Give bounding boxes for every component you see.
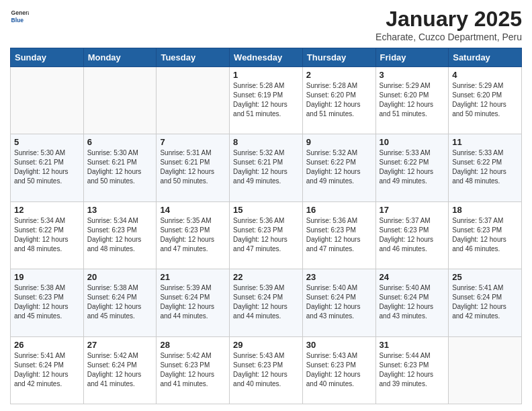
col-saturday: Saturday: [449, 48, 522, 67]
calendar-week-3: 12Sunrise: 5:34 AM Sunset: 6:22 PM Dayli…: [11, 201, 522, 269]
calendar-cell-w2-d1: 5Sunrise: 5:30 AM Sunset: 6:21 PM Daylig…: [11, 134, 84, 201]
day-number: 19: [14, 272, 80, 282]
day-info: Sunrise: 5:34 AM Sunset: 6:22 PM Dayligh…: [14, 216, 80, 254]
calendar-week-2: 5Sunrise: 5:30 AM Sunset: 6:21 PM Daylig…: [11, 134, 522, 201]
calendar-cell-w1-d4: 1Sunrise: 5:28 AM Sunset: 6:19 PM Daylig…: [230, 67, 303, 134]
col-wednesday: Wednesday: [230, 48, 303, 67]
calendar-cell-w2-d2: 6Sunrise: 5:30 AM Sunset: 6:21 PM Daylig…: [83, 134, 157, 201]
calendar-header-row: Sunday Monday Tuesday Wednesday Thursday…: [11, 48, 522, 67]
day-number: 10: [380, 137, 445, 147]
calendar-cell-w3-d7: 18Sunrise: 5:37 AM Sunset: 6:23 PM Dayli…: [449, 201, 522, 269]
calendar-cell-w5-d3: 28Sunrise: 5:42 AM Sunset: 6:23 PM Dayli…: [157, 336, 230, 404]
day-number: 15: [233, 205, 299, 215]
calendar-cell-w1-d7: 4Sunrise: 5:29 AM Sunset: 6:20 PM Daylig…: [449, 67, 522, 134]
day-info: Sunrise: 5:43 AM Sunset: 6:23 PM Dayligh…: [233, 351, 299, 389]
day-number: 3: [380, 70, 445, 80]
calendar-cell-w2-d5: 9Sunrise: 5:32 AM Sunset: 6:22 PM Daylig…: [302, 134, 375, 201]
day-number: 4: [452, 70, 518, 80]
day-number: 13: [87, 205, 153, 215]
day-info: Sunrise: 5:42 AM Sunset: 6:23 PM Dayligh…: [160, 351, 226, 389]
day-info: Sunrise: 5:37 AM Sunset: 6:23 PM Dayligh…: [452, 216, 518, 254]
calendar-cell-w1-d2: [83, 67, 157, 134]
header: General Blue January 2025 Echarate, Cuzc…: [10, 7, 522, 42]
calendar-cell-w4-d5: 23Sunrise: 5:40 AM Sunset: 6:24 PM Dayli…: [302, 269, 375, 336]
day-number: 21: [160, 272, 226, 282]
day-number: 28: [160, 340, 226, 350]
day-info: Sunrise: 5:33 AM Sunset: 6:22 PM Dayligh…: [380, 148, 445, 186]
day-number: 6: [87, 137, 153, 147]
day-number: 11: [452, 137, 518, 147]
day-info: Sunrise: 5:42 AM Sunset: 6:24 PM Dayligh…: [87, 351, 153, 389]
day-number: 7: [160, 137, 226, 147]
calendar-cell-w4-d2: 20Sunrise: 5:38 AM Sunset: 6:24 PM Dayli…: [83, 269, 157, 336]
calendar-cell-w3-d5: 16Sunrise: 5:36 AM Sunset: 6:23 PM Dayli…: [302, 201, 375, 269]
calendar-cell-w2-d7: 11Sunrise: 5:33 AM Sunset: 6:22 PM Dayli…: [449, 134, 522, 201]
day-info: Sunrise: 5:33 AM Sunset: 6:22 PM Dayligh…: [452, 148, 518, 186]
day-info: Sunrise: 5:39 AM Sunset: 6:24 PM Dayligh…: [233, 283, 299, 321]
day-info: Sunrise: 5:38 AM Sunset: 6:23 PM Dayligh…: [14, 283, 80, 321]
day-number: 17: [380, 205, 445, 215]
day-number: 5: [14, 137, 80, 147]
day-info: Sunrise: 5:40 AM Sunset: 6:24 PM Dayligh…: [306, 283, 372, 321]
day-number: 23: [306, 272, 372, 282]
day-info: Sunrise: 5:41 AM Sunset: 6:24 PM Dayligh…: [452, 283, 518, 321]
day-number: 29: [233, 340, 299, 350]
day-info: Sunrise: 5:32 AM Sunset: 6:22 PM Dayligh…: [306, 148, 372, 186]
title-area: January 2025 Echarate, Cuzco Department,…: [375, 7, 522, 42]
calendar-cell-w4-d4: 22Sunrise: 5:39 AM Sunset: 6:24 PM Dayli…: [230, 269, 303, 336]
day-number: 24: [380, 272, 445, 282]
calendar-week-4: 19Sunrise: 5:38 AM Sunset: 6:23 PM Dayli…: [11, 269, 522, 336]
day-number: 18: [452, 205, 518, 215]
calendar-cell-w5-d5: 30Sunrise: 5:43 AM Sunset: 6:23 PM Dayli…: [302, 336, 375, 404]
day-info: Sunrise: 5:28 AM Sunset: 6:20 PM Dayligh…: [306, 81, 372, 119]
day-info: Sunrise: 5:32 AM Sunset: 6:21 PM Dayligh…: [233, 148, 299, 186]
col-sunday: Sunday: [11, 48, 84, 67]
subtitle: Echarate, Cuzco Department, Peru: [375, 32, 522, 42]
svg-text:Blue: Blue: [11, 17, 24, 24]
col-thursday: Thursday: [302, 48, 375, 67]
calendar-cell-w3-d2: 13Sunrise: 5:34 AM Sunset: 6:23 PM Dayli…: [83, 201, 157, 269]
logo: General Blue: [10, 7, 29, 26]
logo-icon: General Blue: [10, 7, 29, 26]
day-info: Sunrise: 5:30 AM Sunset: 6:21 PM Dayligh…: [14, 148, 80, 186]
calendar-cell-w5-d7: [449, 336, 522, 404]
calendar-table: Sunday Monday Tuesday Wednesday Thursday…: [10, 48, 522, 404]
day-info: Sunrise: 5:35 AM Sunset: 6:23 PM Dayligh…: [160, 216, 226, 254]
main-title: January 2025: [375, 7, 522, 32]
calendar-cell-w4-d7: 25Sunrise: 5:41 AM Sunset: 6:24 PM Dayli…: [449, 269, 522, 336]
day-number: 16: [306, 205, 372, 215]
calendar-cell-w4-d1: 19Sunrise: 5:38 AM Sunset: 6:23 PM Dayli…: [11, 269, 84, 336]
col-monday: Monday: [83, 48, 157, 67]
day-number: 14: [160, 205, 226, 215]
calendar-cell-w5-d2: 27Sunrise: 5:42 AM Sunset: 6:24 PM Dayli…: [83, 336, 157, 404]
calendar-cell-w4-d3: 21Sunrise: 5:39 AM Sunset: 6:24 PM Dayli…: [157, 269, 230, 336]
day-info: Sunrise: 5:41 AM Sunset: 6:24 PM Dayligh…: [14, 351, 80, 389]
svg-text:General: General: [11, 9, 29, 16]
day-info: Sunrise: 5:30 AM Sunset: 6:21 PM Dayligh…: [87, 148, 153, 186]
col-friday: Friday: [375, 48, 449, 67]
calendar-cell-w3-d1: 12Sunrise: 5:34 AM Sunset: 6:22 PM Dayli…: [11, 201, 84, 269]
calendar-cell-w1-d6: 3Sunrise: 5:29 AM Sunset: 6:20 PM Daylig…: [375, 67, 449, 134]
day-info: Sunrise: 5:29 AM Sunset: 6:20 PM Dayligh…: [380, 81, 445, 119]
day-info: Sunrise: 5:34 AM Sunset: 6:23 PM Dayligh…: [87, 216, 153, 254]
day-number: 31: [380, 340, 445, 350]
day-number: 30: [306, 340, 372, 350]
day-info: Sunrise: 5:28 AM Sunset: 6:19 PM Dayligh…: [233, 81, 299, 119]
day-number: 2: [306, 70, 372, 80]
day-number: 22: [233, 272, 299, 282]
day-number: 26: [14, 340, 80, 350]
calendar-cell-w1-d5: 2Sunrise: 5:28 AM Sunset: 6:20 PM Daylig…: [302, 67, 375, 134]
page: General Blue January 2025 Echarate, Cuzc…: [0, 0, 532, 411]
calendar-cell-w2-d6: 10Sunrise: 5:33 AM Sunset: 6:22 PM Dayli…: [375, 134, 449, 201]
calendar-cell-w5-d6: 31Sunrise: 5:44 AM Sunset: 6:23 PM Dayli…: [375, 336, 449, 404]
day-info: Sunrise: 5:36 AM Sunset: 6:23 PM Dayligh…: [306, 216, 372, 254]
calendar-cell-w5-d4: 29Sunrise: 5:43 AM Sunset: 6:23 PM Dayli…: [230, 336, 303, 404]
calendar-week-5: 26Sunrise: 5:41 AM Sunset: 6:24 PM Dayli…: [11, 336, 522, 404]
day-info: Sunrise: 5:40 AM Sunset: 6:24 PM Dayligh…: [380, 283, 445, 321]
day-info: Sunrise: 5:37 AM Sunset: 6:23 PM Dayligh…: [380, 216, 445, 254]
calendar-cell-w2-d4: 8Sunrise: 5:32 AM Sunset: 6:21 PM Daylig…: [230, 134, 303, 201]
col-tuesday: Tuesday: [157, 48, 230, 67]
calendar-cell-w3-d4: 15Sunrise: 5:36 AM Sunset: 6:23 PM Dayli…: [230, 201, 303, 269]
day-info: Sunrise: 5:43 AM Sunset: 6:23 PM Dayligh…: [306, 351, 372, 389]
calendar-cell-w2-d3: 7Sunrise: 5:31 AM Sunset: 6:21 PM Daylig…: [157, 134, 230, 201]
